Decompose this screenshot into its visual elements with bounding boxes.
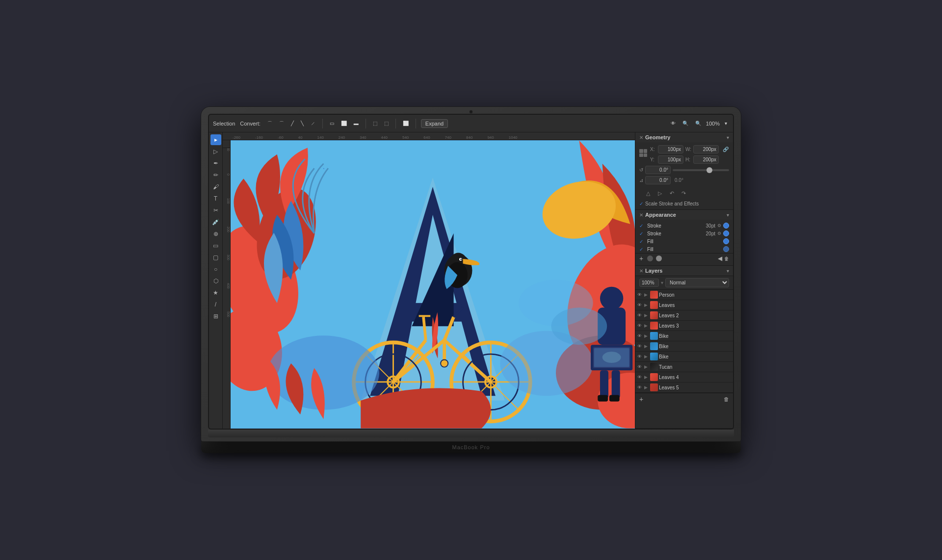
convert-tool-2[interactable]: ⌒ [277, 119, 286, 128]
stroke-check-2[interactable]: ✓ [639, 231, 645, 236]
layer-expand-icon[interactable]: ▶ [644, 354, 649, 359]
layer-vis-icon[interactable]: 👁 [637, 313, 643, 318]
geometry-expand-icon[interactable]: ▾ [727, 135, 729, 140]
distribute-tool-1[interactable]: ⬚ [371, 120, 379, 127]
stroke-gear-2[interactable]: ⚙ [717, 231, 721, 236]
layer-expand-icon[interactable]: ▶ [644, 364, 649, 369]
direct-select-tool[interactable]: ▷ [210, 146, 221, 157]
layers-close-icon[interactable]: ✕ [639, 268, 643, 274]
layer-bike-3[interactable]: 👁 ▶ Bike [635, 352, 733, 362]
layer-leaves4[interactable]: 👁 ▶ Leaves 4 [635, 372, 733, 382]
h-input[interactable] [693, 155, 719, 164]
layer-expand-icon[interactable]: ▶ [644, 323, 649, 328]
scale-stroke-check[interactable]: ✓ [639, 201, 643, 206]
add-appearance-btn[interactable]: + [639, 255, 643, 262]
appearance-trash-btn[interactable]: 🗑 [724, 256, 729, 261]
appearance-close-icon[interactable]: ✕ [639, 212, 643, 218]
zoom-in-btn[interactable]: 🔍 [693, 120, 703, 127]
layer-vis-icon[interactable]: 👁 [637, 385, 643, 390]
canvas-area[interactable]: -260 -160 -60 40 140 240 340 440 540 640 [223, 132, 635, 429]
stroke-color-2[interactable] [723, 230, 729, 236]
stroke-color-1[interactable] [723, 223, 729, 229]
convert-tool-5[interactable]: ⟋ [309, 120, 317, 127]
brush-tool[interactable]: 🖌 [210, 181, 221, 192]
flip-h-btn[interactable]: △ [643, 188, 653, 198]
transform-origin-grid[interactable] [639, 149, 648, 157]
layer-tucan[interactable]: 👁 ▶ Tucan [635, 362, 733, 372]
layer-vis-icon[interactable]: 👁 [637, 292, 643, 297]
preview-btn[interactable]: 👁 [669, 120, 678, 127]
shear-input[interactable] [645, 176, 671, 184]
rounded-rect-tool[interactable]: ▢ [210, 252, 221, 263]
layer-vis-icon[interactable]: 👁 [637, 375, 643, 380]
appearance-header[interactable]: ✕ Appearance ▾ [635, 210, 733, 220]
layer-vis-icon[interactable]: 👁 [637, 364, 643, 369]
layers-expand-icon[interactable]: ▾ [727, 268, 729, 274]
layer-expand-icon[interactable]: ▶ [644, 292, 649, 297]
w-input[interactable] [693, 145, 719, 153]
fill-color-2[interactable] [723, 246, 729, 252]
expand-button[interactable]: Expand [421, 119, 448, 128]
opacity-dropdown-icon[interactable]: ▾ [661, 280, 663, 285]
rotate-ccw-btn[interactable]: ↷ [679, 188, 688, 198]
artboard-tool[interactable]: ⊞ [210, 311, 221, 322]
stroke-gear-1[interactable]: ⚙ [717, 223, 721, 228]
convert-tool-1[interactable]: ⌒ [265, 119, 274, 128]
zoom-out-btn[interactable]: 🔍 [680, 120, 690, 127]
star-tool[interactable]: ★ [210, 287, 221, 298]
rotation-slider[interactable] [673, 169, 729, 171]
pencil-tool[interactable]: ✏ [210, 170, 221, 180]
type-tool[interactable]: T [210, 193, 221, 204]
rectangle-tool[interactable]: ▭ [210, 240, 221, 251]
scissors-tool[interactable]: ✂ [210, 205, 221, 216]
polygon-tool[interactable]: ⬡ [210, 276, 221, 286]
layer-leaves3[interactable]: 👁 ▶ Leaves 3 [635, 321, 733, 331]
layer-vis-icon[interactable]: 👁 [637, 333, 643, 338]
fill-color-1[interactable] [723, 238, 729, 244]
constrain-proportions-btn[interactable]: 🔗 [721, 146, 731, 153]
add-layer-btn[interactable]: + [639, 395, 643, 403]
layer-vis-icon[interactable]: 👁 [637, 344, 643, 349]
layer-vis-icon[interactable]: 👁 [637, 303, 643, 307]
distribute-tool-2[interactable]: ⬚ [382, 120, 391, 127]
convert-tool-3[interactable]: ╱ [289, 120, 296, 127]
pen-tool[interactable]: ✒ [210, 158, 221, 169]
x-input[interactable] [658, 145, 683, 153]
zoom-tool[interactable]: ⊕ [210, 229, 221, 239]
layer-expand-icon[interactable]: ▶ [644, 344, 649, 349]
layer-expand-icon[interactable]: ▶ [644, 385, 649, 390]
geometry-header[interactable]: ✕ Geometry ▾ [635, 132, 733, 142]
y-input[interactable] [658, 155, 683, 164]
ellipse-tool[interactable]: ○ [210, 264, 221, 275]
fill-check-1[interactable]: ✓ [639, 239, 645, 244]
layer-expand-icon[interactable]: ▶ [644, 303, 649, 307]
convert-tool-4[interactable]: ╲ [299, 120, 306, 127]
appearance-arrow-btn[interactable]: ◀ [718, 255, 722, 262]
rotate-cw-btn[interactable]: ↶ [667, 188, 677, 198]
path-tool-1[interactable]: ⬜ [401, 120, 411, 127]
layers-header[interactable]: ✕ Layers ▾ [635, 266, 733, 276]
delete-layer-btn[interactable]: 🗑 [724, 396, 729, 402]
eyedropper-tool[interactable]: 💉 [210, 217, 221, 228]
layer-leaves2[interactable]: 👁 ▶ Leaves 2 [635, 310, 733, 321]
line-tool[interactable]: / [210, 299, 221, 310]
blend-mode-select[interactable]: Normal [665, 278, 729, 287]
rotation-input[interactable] [645, 166, 671, 174]
layer-expand-icon[interactable]: ▶ [644, 375, 649, 380]
layer-vis-icon[interactable]: 👁 [637, 323, 643, 328]
layer-bike-1[interactable]: 👁 ▶ Bike [635, 331, 733, 341]
artwork-canvas[interactable] [231, 140, 635, 429]
align-tool-3[interactable]: ▬ [352, 120, 361, 127]
opacity-input[interactable] [639, 279, 659, 287]
layer-expand-icon[interactable]: ▶ [644, 333, 649, 338]
layer-person[interactable]: 👁 ▶ Person [635, 290, 733, 300]
zoom-dropdown[interactable]: ▾ [723, 120, 729, 127]
layer-expand-icon[interactable]: ▶ [644, 313, 649, 318]
canvas-content[interactable] [231, 140, 635, 429]
layer-vis-icon[interactable]: 👁 [637, 354, 643, 359]
flip-v-btn[interactable]: ▷ [655, 188, 665, 198]
fill-check-2[interactable]: ✓ [639, 247, 645, 252]
geometry-close-icon[interactable]: ✕ [639, 135, 643, 140]
appearance-expand-icon[interactable]: ▾ [727, 212, 729, 218]
layer-bike-2[interactable]: 👁 ▶ Bike [635, 341, 733, 352]
